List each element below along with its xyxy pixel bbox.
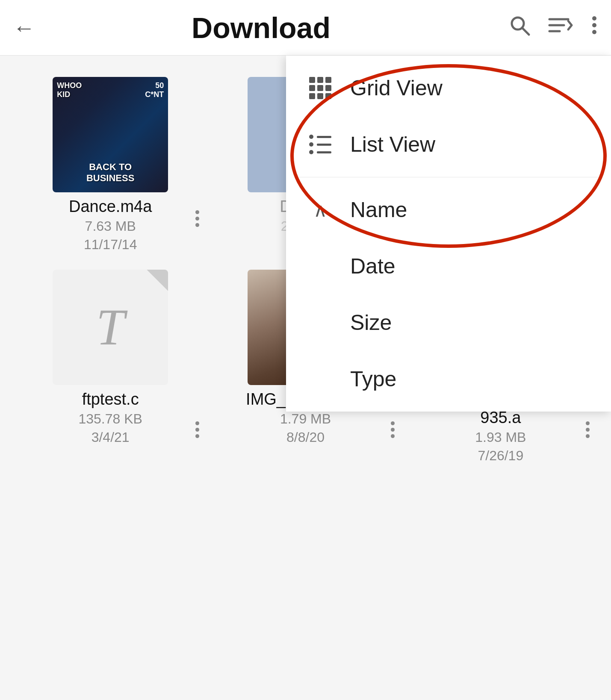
svg-point-7	[592, 30, 596, 34]
file-date: 3/4/21	[92, 429, 130, 445]
album-title: BACK TOBUSINESS	[57, 162, 164, 184]
list-view-label: List View	[350, 132, 435, 157]
sort-size-label: Size	[350, 310, 392, 335]
text-letter: T	[96, 298, 125, 357]
file-thumbnail: WHOOKID 50C*NT BACK TOBUSINESS	[53, 77, 168, 192]
file-meta: 7.63 MB	[17, 218, 204, 234]
search-button[interactable]	[508, 14, 531, 41]
file-date: 7/26/19	[478, 448, 523, 464]
file-meta: 1.79 MB	[212, 411, 398, 427]
file-more-button[interactable]	[586, 421, 590, 438]
file-thumbnail: T	[53, 270, 168, 385]
header-actions	[508, 14, 598, 41]
svg-point-5	[592, 16, 596, 21]
grid-view-option[interactable]: Grid View	[286, 60, 611, 116]
page-title: Download	[48, 11, 474, 44]
svg-line-1	[522, 28, 529, 35]
file-item[interactable]: WHOOKID 50C*NT BACK TOBUSINESS Dance.m4a…	[13, 68, 208, 261]
album-label-whookid: WHOOKID	[57, 81, 82, 99]
file-more-button[interactable]	[195, 210, 199, 227]
sort-type-icon	[307, 366, 333, 392]
sort-name-label: Name	[350, 197, 407, 222]
list-view-icon	[307, 132, 333, 157]
file-date-row: 11/17/14	[17, 237, 204, 253]
file-size: 7.63 MB	[85, 218, 136, 234]
more-button[interactable]	[590, 14, 598, 41]
sort-date-option[interactable]: Date	[286, 238, 611, 294]
file-name: ftptest.c	[82, 390, 139, 409]
album-label-50: 50C*NT	[145, 81, 164, 99]
dropdown-menu: Grid View	[286, 56, 611, 412]
file-name: Dance.m4a	[69, 197, 152, 216]
file-date-row: 7/26/19	[407, 448, 594, 464]
grid-view-icon	[307, 75, 333, 101]
view-options-section: Grid View	[286, 56, 611, 177]
file-size: 135.78 KB	[78, 411, 142, 427]
file-item[interactable]: T ftptest.c 135.78 KB 3/4/21	[13, 261, 208, 472]
sort-options-section: ∧ Name Date Size Type	[286, 177, 611, 412]
sort-type-option[interactable]: Type	[286, 351, 611, 407]
album-art: WHOOKID 50C*NT BACK TOBUSINESS	[53, 77, 168, 192]
file-date: 8/8/20	[286, 429, 325, 445]
file-date-row: 3/4/21	[17, 429, 204, 445]
file-size: 1.79 MB	[280, 411, 331, 427]
list-view-option[interactable]: List View	[286, 116, 611, 173]
file-more-button[interactable]	[195, 421, 199, 438]
sort-type-label: Type	[350, 367, 396, 391]
file-date-row: 8/8/20	[212, 429, 398, 445]
file-meta: 1.93 MB	[407, 429, 594, 445]
grid-view-label: Grid View	[350, 76, 443, 100]
back-button[interactable]: ←	[13, 15, 35, 41]
file-more-button[interactable]	[391, 421, 395, 438]
file-date: 11/17/14	[84, 237, 137, 253]
header: ← Download	[0, 0, 611, 56]
sort-active-icon: ∧	[307, 197, 333, 223]
sort-date-icon	[307, 253, 333, 279]
file-size: 1.93 MB	[475, 429, 526, 445]
sort-button[interactable]	[548, 14, 573, 41]
sort-size-icon	[307, 310, 333, 335]
svg-point-6	[592, 23, 596, 27]
text-thumb: T	[53, 270, 168, 385]
sort-date-label: Date	[350, 254, 396, 279]
sort-name-option[interactable]: ∧ Name	[286, 182, 611, 238]
file-meta: 135.78 KB	[17, 411, 204, 427]
sort-size-option[interactable]: Size	[286, 294, 611, 351]
